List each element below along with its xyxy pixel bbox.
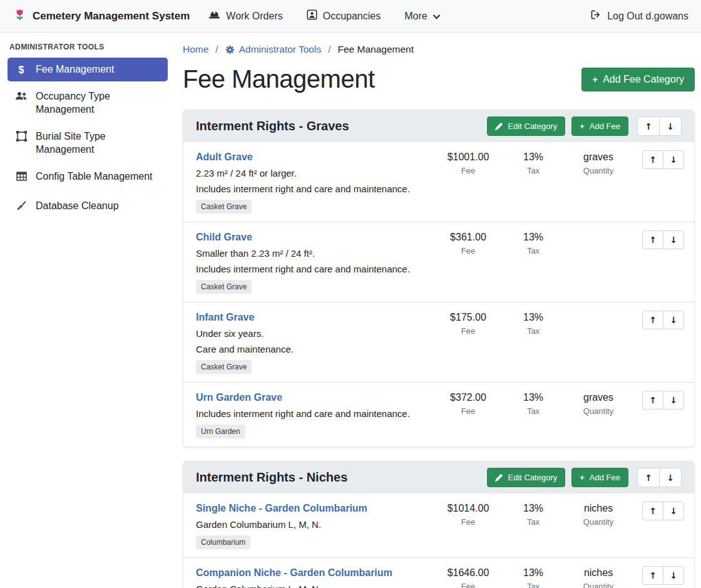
add-fee-button[interactable]: + Add Fee bbox=[571, 116, 628, 136]
category-title: Interment Rights - Graves bbox=[196, 119, 481, 133]
fee-name-link[interactable]: Infant Grave bbox=[196, 312, 254, 323]
fee-move-up-button[interactable]: ↑ bbox=[642, 150, 663, 169]
nav-more[interactable]: More bbox=[404, 11, 439, 22]
fee-move-down-button[interactable]: ↓ bbox=[663, 566, 684, 585]
fee-description: Includes interment right and care and ma… bbox=[196, 183, 431, 194]
nav-work-orders[interactable]: Work Orders bbox=[208, 10, 282, 22]
fee-move-down-button[interactable]: ↓ bbox=[663, 150, 684, 169]
fee-move-up-button[interactable]: ↑ bbox=[642, 230, 663, 249]
fee-row: Child Grave Smaller than 2.23 m² / 24 ft… bbox=[183, 222, 694, 302]
category-move-up-button[interactable]: ↑ bbox=[637, 116, 660, 136]
fee-quantity-label: Quantity bbox=[566, 517, 631, 527]
arrow-up-icon: ↑ bbox=[649, 155, 657, 164]
breadcrumb-separator: / bbox=[328, 44, 330, 55]
fee-description: Under six years. bbox=[196, 328, 431, 339]
fee-amount: $1001.00 bbox=[436, 152, 501, 163]
fee-name-link[interactable]: Urn Garden Grave bbox=[196, 392, 282, 403]
fee-name-link[interactable]: Single Niche - Garden Columbarium bbox=[196, 503, 367, 514]
fee-quantity-label: Quantity bbox=[566, 166, 631, 175]
nav-more-label: More bbox=[404, 11, 427, 22]
edit-category-label: Edit Category bbox=[508, 473, 557, 482]
edit-category-button[interactable]: Edit Category bbox=[487, 116, 565, 136]
fee-move-down-button[interactable]: ↓ bbox=[663, 230, 684, 249]
breadcrumb-home-link[interactable]: Home bbox=[183, 44, 208, 55]
fee-tax-cell: 13% Tax bbox=[501, 566, 566, 588]
page-title: Fee Management bbox=[183, 65, 375, 93]
fee-move-up-button[interactable]: ↑ bbox=[642, 311, 663, 329]
fee-quantity-label: Quantity bbox=[566, 582, 631, 588]
breadcrumb-current: Fee Management bbox=[338, 44, 414, 55]
category-move-down-button[interactable]: ↓ bbox=[659, 116, 682, 136]
fee-tax-label: Tax bbox=[501, 582, 566, 588]
arrow-down-icon: ↓ bbox=[670, 571, 677, 580]
fee-amount-label: Fee bbox=[436, 517, 501, 527]
fee-move-up-button[interactable]: ↑ bbox=[642, 391, 663, 410]
arrow-down-icon: ↓ bbox=[670, 155, 677, 164]
arrow-up-icon: ↑ bbox=[649, 507, 657, 515]
sidebar-item-fee-management[interactable]: $ Fee Management bbox=[8, 58, 168, 81]
arrow-up-icon: ↑ bbox=[649, 235, 657, 244]
fee-reorder-controls: ↑ ↓ bbox=[640, 311, 684, 329]
fee-info: Companion Niche - Garden Columbarium Gar… bbox=[196, 566, 436, 588]
arrow-up-icon: ↑ bbox=[649, 396, 657, 405]
sidebar-item-occupancy-type-management[interactable]: Occupancy Type Management bbox=[8, 85, 168, 121]
fee-tax: 13% bbox=[501, 312, 566, 323]
fee-name-link[interactable]: Adult Grave bbox=[196, 152, 253, 163]
add-fee-category-label: Add Fee Category bbox=[603, 74, 684, 85]
fee-info: Urn Garden Grave Includes interment righ… bbox=[196, 391, 436, 438]
edit-category-button[interactable]: Edit Category bbox=[487, 468, 565, 487]
fee-quantity-unit: graves bbox=[566, 392, 631, 403]
fee-move-up-button[interactable]: ↑ bbox=[642, 502, 663, 520]
fee-move-down-button[interactable]: ↓ bbox=[663, 502, 684, 520]
add-fee-label: Add Fee bbox=[590, 121, 620, 131]
fee-move-up-button[interactable]: ↑ bbox=[642, 566, 663, 585]
fee-reorder-controls: ↑ ↓ bbox=[640, 391, 684, 410]
sidebar-item-label: Burial Site Type Management bbox=[36, 130, 160, 156]
sidebar-item-burial-site-type-management[interactable]: Burial Site Type Management bbox=[8, 125, 168, 162]
add-fee-category-button[interactable]: + Add Fee Category bbox=[581, 68, 695, 91]
sidebar-item-database-cleanup[interactable]: Database Cleanup bbox=[8, 194, 168, 220]
fee-move-down-button[interactable]: ↓ bbox=[663, 311, 684, 329]
nav-occupancies-label: Occupancies bbox=[323, 11, 381, 22]
add-fee-button[interactable]: + Add Fee bbox=[571, 468, 628, 487]
fee-amount-cell: $1014.00 Fee bbox=[436, 502, 501, 527]
vector-square-icon bbox=[15, 131, 28, 145]
fee-info: Infant Grave Under six years. Care and m… bbox=[196, 311, 436, 374]
fee-amount-label: Fee bbox=[436, 406, 501, 416]
fee-name-link[interactable]: Companion Niche - Garden Columbarium bbox=[196, 567, 392, 579]
arrow-down-icon: ↓ bbox=[670, 396, 677, 405]
fee-quantity-cell: niches Quantity bbox=[566, 502, 631, 527]
logout-label: Log Out d.gowans bbox=[607, 11, 688, 22]
category-move-down-button[interactable]: ↓ bbox=[659, 468, 682, 487]
breadcrumb-admin-tools-link[interactable]: Administrator Tools bbox=[225, 44, 322, 55]
fee-row: Urn Garden Grave Includes interment righ… bbox=[183, 383, 694, 446]
fee-row: Infant Grave Under six years. Care and m… bbox=[183, 302, 694, 383]
fee-type-badge: Columbarium bbox=[196, 535, 250, 549]
fee-tax-label: Tax bbox=[501, 246, 566, 255]
fee-description: Garden Columbarium L, M, N, bbox=[196, 584, 431, 588]
fee-amount-label: Fee bbox=[436, 246, 501, 255]
logout-link[interactable]: Log Out d.gowans bbox=[590, 10, 688, 22]
fee-amount: $1014.00 bbox=[436, 503, 501, 514]
logout-icon bbox=[590, 10, 601, 22]
fee-name-link[interactable]: Child Grave bbox=[196, 232, 252, 243]
fee-description: Smaller than 2.23 m² / 24 ft². bbox=[196, 248, 431, 259]
fee-move-down-button[interactable]: ↓ bbox=[663, 391, 684, 410]
fee-quantity-cell bbox=[566, 311, 631, 312]
edit-category-label: Edit Category bbox=[508, 121, 557, 131]
category-reorder-controls: ↑ ↓ bbox=[637, 116, 682, 136]
chevron-down-icon bbox=[433, 11, 440, 22]
fee-amount: $175.00 bbox=[436, 312, 501, 323]
breadcrumb-admin-tools-label: Administrator Tools bbox=[239, 44, 322, 55]
fee-description: Includes interment right and care and ma… bbox=[196, 264, 431, 274]
fee-quantity-cell: niches Quantity bbox=[566, 566, 631, 588]
sidebar-item-label: Occupancy Type Management bbox=[36, 90, 160, 116]
fee-description: Care and maintenance. bbox=[196, 344, 431, 354]
sidebar: ADMINISTRATOR TOOLS $ Fee Management Occ… bbox=[0, 33, 175, 223]
nav-occupancies[interactable]: Occupancies bbox=[307, 9, 381, 23]
category-header: Interment Rights - Niches Edit Category … bbox=[183, 462, 694, 493]
fee-amount-cell: $361.00 Fee bbox=[436, 230, 501, 255]
fee-quantity-cell: graves Quantity bbox=[566, 150, 631, 175]
sidebar-item-config-table-management[interactable]: Config Table Management bbox=[8, 165, 168, 190]
category-move-up-button[interactable]: ↑ bbox=[637, 468, 660, 487]
